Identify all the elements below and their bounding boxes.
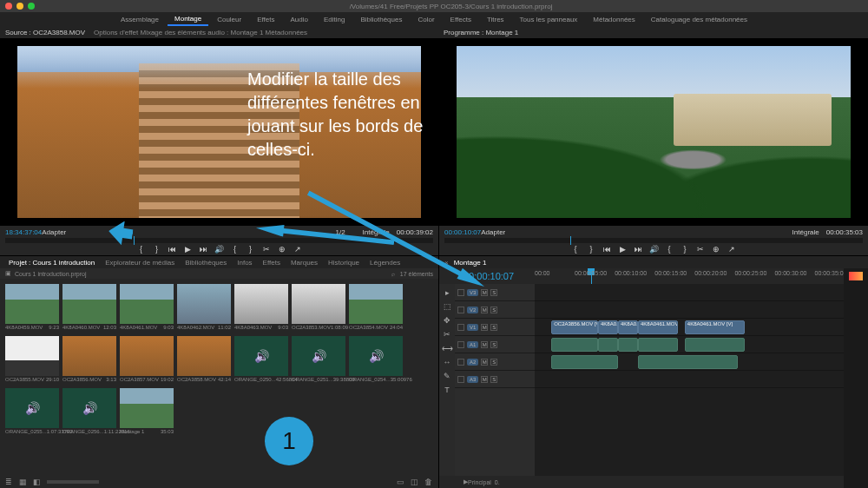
project-tab[interactable]: Projet : Cours 1 introduction [5, 258, 98, 267]
project-tab[interactable]: Bibliothèques [181, 258, 230, 267]
program-header[interactable]: Programme : Montage 1 [444, 29, 518, 36]
clip-item[interactable]: ORANGE_0256...1:11:22016 [62, 388, 116, 437]
workspace-tab-assemblage[interactable]: Assemblage [114, 14, 166, 25]
program-viewport[interactable] [439, 38, 868, 226]
mute-toggle[interactable]: M [481, 324, 488, 331]
clip-item[interactable]: OC2A3853.MOV1:08:09 [292, 284, 345, 333]
transport-button[interactable]: { [137, 245, 146, 254]
program-tc-in[interactable]: 00:00:10:07 [444, 228, 481, 236]
solo-toggle[interactable]: S [490, 289, 497, 296]
project-tab[interactable]: Légendes [366, 258, 404, 267]
clip-item[interactable]: OC2A3856.MOV3:13 [62, 336, 116, 385]
workspace-tab-audio[interactable]: Audio [283, 14, 314, 25]
clip-segment[interactable]: OC2A3856.MOV [V] [551, 320, 598, 334]
track-header-V3[interactable]: V3MS [455, 284, 535, 301]
transport-button[interactable]: ⏭ [200, 245, 208, 254]
clip-item[interactable]: 4K8A0462.MOV11:02 [177, 284, 231, 333]
clip-item[interactable]: OC2A3857.MOV19:02 [120, 336, 174, 385]
track-toggle[interactable] [457, 307, 464, 313]
project-tab[interactable]: Historique [325, 258, 363, 267]
track-row[interactable] [535, 353, 868, 371]
transport-button[interactable]: 🔊 [215, 245, 224, 254]
clip-segment[interactable] [638, 338, 678, 352]
transport-button[interactable]: { [665, 245, 674, 254]
track-toggle[interactable] [457, 341, 464, 348]
transport-button[interactable]: ▶ [618, 245, 627, 254]
transport-button[interactable]: ✂ [262, 245, 271, 254]
track-toggle[interactable] [457, 324, 464, 331]
program-fit-dropdown[interactable]: Adapter [481, 228, 505, 236]
timeline-tool[interactable]: ↔ [442, 357, 452, 367]
timeline-tool[interactable]: ▸ [442, 287, 452, 298]
list-view-icon[interactable]: ≣ [5, 478, 14, 486]
program-scrubber[interactable] [444, 238, 863, 243]
workspace-tab-couleur[interactable]: Couleur [210, 14, 248, 25]
clip-item[interactable]: ORANGE_0250...42:56864 [234, 336, 288, 385]
clip-item[interactable]: ORANGE_0254...35:00976 [349, 336, 403, 385]
source-tc-in[interactable]: 18:34:37:04 [5, 228, 42, 236]
clip-segment[interactable] [638, 355, 738, 369]
clip-item[interactable]: OC2A3858.MOV42:14 [177, 336, 231, 385]
workspace-tab-bibliothèques[interactable]: Bibliothèques [353, 14, 409, 25]
track-toggle[interactable] [457, 359, 464, 366]
clip-item[interactable]: Montage 135:03 [120, 388, 174, 437]
close-icon[interactable] [5, 3, 12, 10]
transport-button[interactable]: ⏮ [602, 245, 611, 254]
source-header[interactable]: Source : OC2A3858.MOV [5, 29, 85, 36]
workspace-tab-tous les panneaux[interactable]: Tous les panneaux [513, 14, 585, 25]
workspace-tab-color[interactable]: Color [411, 14, 441, 25]
track-row[interactable] [535, 301, 868, 319]
clip-segment[interactable] [551, 338, 598, 352]
project-tab[interactable]: Explorateur de médias [102, 258, 178, 267]
clip-segment[interactable]: 4K8A0461.MOV [V] [638, 320, 678, 334]
clip-item[interactable]: 4K8A0459.MOV9:23 [5, 284, 59, 333]
mute-toggle[interactable]: M [481, 307, 488, 313]
workspace-tab-montage[interactable]: Montage [168, 13, 208, 26]
transport-button[interactable]: 🔊 [649, 245, 658, 254]
timeline-tool[interactable]: T [442, 385, 452, 395]
clip-segment[interactable] [618, 338, 638, 352]
mute-toggle[interactable]: M [481, 359, 488, 366]
timeline-tool[interactable]: ✥ [442, 315, 452, 326]
clip-item[interactable]: OC2A3855.MOV29:10 [5, 336, 59, 385]
track-header-V2[interactable]: V2MS [455, 301, 535, 319]
track-toggle[interactable] [457, 289, 464, 296]
timeline-tool[interactable]: ⟷ [442, 343, 452, 353]
transport-button[interactable]: { [231, 245, 240, 254]
track-toggle[interactable] [457, 376, 464, 383]
timeline-tool[interactable]: ✂ [442, 329, 452, 340]
trash-icon[interactable]: 🗑 [424, 478, 433, 486]
project-tab[interactable]: Effets [260, 258, 284, 267]
clip-segment[interactable] [598, 338, 618, 352]
minimize-icon[interactable] [16, 3, 23, 10]
clip-segment[interactable] [551, 355, 618, 369]
clip-segment[interactable]: 4K8A0... [618, 320, 638, 334]
clip-segment[interactable]: 4K8A0461.MOV [V] [685, 320, 745, 334]
transport-button[interactable]: } [681, 245, 689, 254]
freeform-view-icon[interactable]: ◧ [33, 478, 42, 486]
workspace-tab-effets[interactable]: Effets [250, 14, 281, 25]
timeline-tool[interactable]: ⬚ [442, 301, 452, 312]
timeline-tab[interactable]: Montage 1 [454, 259, 487, 267]
track-header-A3[interactable]: A3MS [455, 371, 535, 388]
solo-toggle[interactable]: S [490, 324, 497, 331]
transport-button[interactable]: } [153, 245, 161, 254]
clip-item[interactable]: 4K8A0460.MOV12:03 [62, 284, 116, 333]
new-item-icon[interactable]: ◫ [411, 478, 419, 486]
clip-item[interactable]: ORANGE_0255...1:07:33792 [5, 388, 59, 437]
track-row[interactable] [535, 284, 868, 301]
workspace-tab-effects[interactable]: Effects [444, 14, 478, 25]
mute-toggle[interactable]: M [481, 376, 488, 383]
transport-button[interactable]: ▶ [184, 245, 193, 254]
transport-button[interactable]: ⏭ [634, 245, 642, 254]
project-tab[interactable]: Infos [233, 258, 255, 267]
transport-button[interactable]: ↗ [727, 245, 736, 254]
track-header-A1[interactable]: A1MS [455, 336, 535, 353]
track-row[interactable] [535, 336, 868, 353]
transport-button[interactable]: ⏮ [168, 245, 177, 254]
clip-segment[interactable] [685, 338, 745, 352]
transport-button[interactable]: } [587, 245, 595, 254]
clip-item[interactable]: 4K8A0461.MOV9:03 [120, 284, 174, 333]
project-tab[interactable]: Marques [287, 258, 321, 267]
workspace-tab-métadonnées[interactable]: Métadonnées [586, 14, 641, 25]
